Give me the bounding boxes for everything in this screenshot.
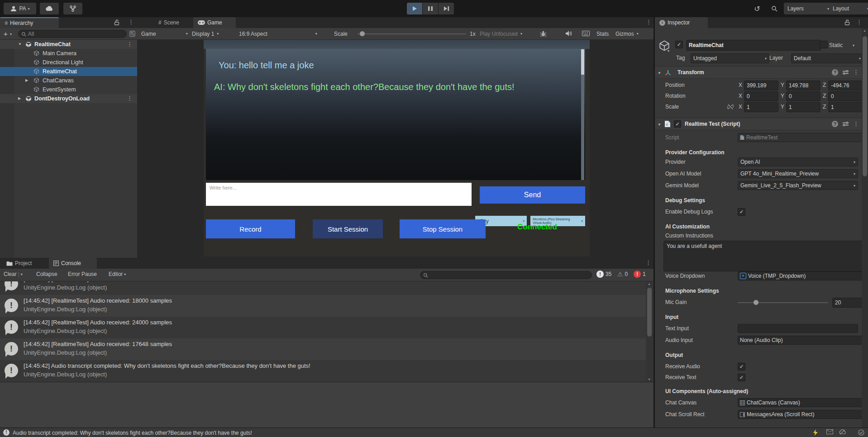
console-log-entry[interactable]: ![14:45:42] [RealtimeTest] Audio receive… xyxy=(0,295,646,317)
foldout-collapsed-icon[interactable]: ▶ xyxy=(25,76,28,85)
gemini-model-dropdown[interactable]: Gemini_Live_2_5_Flash_Preview▾ xyxy=(738,181,858,190)
add-object-button[interactable]: + xyxy=(4,30,8,38)
play-button[interactable] xyxy=(407,3,422,14)
warning-count-toggle[interactable]: ⚠ 0 xyxy=(617,271,628,278)
inspector-scrollbar-thumb[interactable] xyxy=(863,36,867,176)
inspector-scrollbar[interactable]: ▲ xyxy=(862,28,868,428)
kebab-icon[interactable]: ⋮ xyxy=(128,19,134,25)
console-log-entry[interactable]: ![14:45:42] [RealtimeTest] Audio receive… xyxy=(0,338,646,360)
presets-icon[interactable] xyxy=(843,121,849,127)
foldout-expanded-icon[interactable]: ▼ xyxy=(18,40,22,49)
foldout-collapsed-icon[interactable]: ▶ xyxy=(18,94,21,103)
custom-instructions-textarea[interactable]: You are a usefull agent xyxy=(663,241,864,271)
rotation-x-field[interactable]: 0 xyxy=(744,91,778,101)
tag-dropdown[interactable]: Untagged▾ xyxy=(691,53,769,63)
chat-scrollbar-thumb[interactable] xyxy=(581,49,584,75)
provider-dropdown[interactable]: Open AI▾ xyxy=(738,157,858,166)
collab-offline-icon[interactable] xyxy=(839,429,846,435)
step-button[interactable] xyxy=(439,3,454,14)
aspect-dropdown[interactable]: 16:9 Aspect ▾ xyxy=(239,28,317,39)
position-x-field[interactable]: 399.189 xyxy=(744,81,778,90)
hierarchy-scene-row[interactable]: ▶DontDestroyOnLoad⋮ xyxy=(0,94,137,103)
console-scrollbar[interactable]: ▲ ▼ xyxy=(646,281,653,382)
hierarchy-item-row[interactable]: RealtimeChat xyxy=(0,67,137,76)
mic-gain-value-field[interactable]: 20 xyxy=(832,298,863,308)
scale-slider[interactable] xyxy=(358,33,466,34)
kebab-icon[interactable]: ⋮ xyxy=(853,70,859,75)
lock-icon[interactable] xyxy=(114,19,119,25)
progress-check-icon[interactable] xyxy=(858,429,864,436)
receive-audio-checkbox[interactable]: ✓ xyxy=(738,363,745,370)
foldout-icon[interactable]: ▼ xyxy=(658,71,661,75)
send-button[interactable]: Send xyxy=(480,186,585,204)
enable-debug-logs-checkbox[interactable]: ✓ xyxy=(738,208,745,216)
chat-scroll-object-field[interactable]: MessagesArea (Scroll Rect) ⊙ xyxy=(738,410,868,419)
console-log-entry[interactable]: ![14:45:42] Audio transcript completed: … xyxy=(0,360,646,382)
clear-button[interactable]: Clear |▾ xyxy=(4,271,23,277)
gizmos-dropdown[interactable]: Gizmos ▾ xyxy=(615,28,639,39)
scale-y-field[interactable]: 1 xyxy=(786,102,820,112)
kebab-icon[interactable]: ⋮ xyxy=(646,19,652,25)
transform-header[interactable]: ▼ Transform ? ⋮ xyxy=(655,66,868,79)
link-broken-icon[interactable] xyxy=(727,104,734,110)
scale-x-field[interactable]: 1 xyxy=(744,102,778,112)
stop-session-button[interactable]: Stop Session xyxy=(400,219,486,238)
kebab-icon[interactable]: ⋮ xyxy=(856,19,862,25)
display-dropdown[interactable]: Display 1 ▾ xyxy=(192,28,219,39)
log-count-toggle[interactable]: ! 35 xyxy=(596,271,611,278)
chat-canvas-object-field[interactable]: ChatCanvas (Canvas) ⊙ xyxy=(738,398,868,407)
hierarchy-item-row[interactable]: Directional Light xyxy=(0,58,137,67)
start-session-button[interactable]: Start Session xyxy=(313,219,383,238)
debug-bug-icon[interactable] xyxy=(540,30,547,37)
console-scrollbar-thumb[interactable] xyxy=(647,288,652,337)
lock-icon[interactable] xyxy=(844,19,850,25)
hierarchy-item-row[interactable]: Main Camera xyxy=(0,49,137,58)
mute-audio-icon[interactable] xyxy=(565,30,572,37)
active-checkbox[interactable]: ✓ xyxy=(675,41,683,48)
help-icon[interactable]: ? xyxy=(832,69,838,76)
error-pause-button[interactable]: Error Pause xyxy=(68,271,97,277)
audio-input-object-field[interactable]: None (Audio Clip) ⊙ xyxy=(738,336,868,345)
mic-gain-slider[interactable] xyxy=(738,302,828,303)
play-unfocused-dropdown[interactable]: Play Unfocused ▾ xyxy=(480,28,522,39)
rotation-z-field[interactable]: 0 xyxy=(828,91,863,101)
hierarchy-scene-row[interactable]: ▼RealtimeChat⋮ xyxy=(0,40,137,49)
search-filter-icon[interactable] xyxy=(129,31,135,37)
kebab-icon[interactable]: ⋮ xyxy=(127,42,133,47)
foldout-icon[interactable]: ▼ xyxy=(658,123,661,127)
chat-text-input[interactable]: Write here... xyxy=(206,183,472,206)
presets-icon[interactable] xyxy=(843,70,849,75)
tab-game[interactable]: Game xyxy=(193,17,236,28)
mic-gain-slider-thumb[interactable] xyxy=(754,300,758,305)
scroll-down-icon[interactable]: ▼ xyxy=(648,378,651,381)
undo-history-button[interactable]: ↺ xyxy=(750,3,764,14)
error-count-toggle[interactable]: ! 1 xyxy=(634,271,646,278)
position-z-field[interactable]: -494.76 xyxy=(828,81,863,90)
openai-model-dropdown[interactable]: GPT 4o_Mini_Realtime_Preview▾ xyxy=(738,169,858,178)
add-dropdown-icon[interactable]: ▾ xyxy=(10,32,12,36)
help-icon[interactable]: ? xyxy=(832,121,838,127)
record-button[interactable]: Record xyxy=(206,219,295,238)
scale-z-field[interactable]: 1 xyxy=(828,102,863,112)
kebab-icon[interactable]: ⋮ xyxy=(853,121,859,127)
tab-project[interactable]: Project xyxy=(2,258,47,269)
scroll-up-icon[interactable]: ▲ xyxy=(863,29,866,32)
account-button[interactable]: PA ▾ xyxy=(4,3,36,14)
static-dropdown-icon[interactable]: ▾ xyxy=(853,43,854,48)
status-bar[interactable]: ! Audio transcript completed: Why don't … xyxy=(0,428,868,437)
console-log-entry[interactable]: ![14:45:42] [RealtimeTest]UnityEngine.De… xyxy=(0,281,646,295)
console-log-entry[interactable]: ![14:45:42] [RealtimeTest] Audio receive… xyxy=(0,317,646,338)
activity-icon[interactable] xyxy=(813,429,818,436)
script-component-header[interactable]: ▼ # ✓ Realtime Test (Script) ? ⋮ xyxy=(655,118,868,130)
text-input-field[interactable] xyxy=(738,324,858,333)
chat-scrollbar[interactable] xyxy=(581,49,584,180)
scroll-up-icon[interactable]: ▲ xyxy=(648,282,651,285)
rotation-y-field[interactable]: 0 xyxy=(786,91,820,101)
version-control-button[interactable] xyxy=(63,3,82,14)
console-search-input[interactable] xyxy=(420,271,592,279)
kebab-icon[interactable]: ⋮ xyxy=(645,260,651,266)
keyboard-icon[interactable] xyxy=(582,31,590,36)
gameobject-name-field[interactable]: RealtimeChat xyxy=(686,40,821,51)
hierarchy-item-row[interactable]: ▶ChatCanvas xyxy=(0,76,137,85)
search-everywhere-button[interactable] xyxy=(768,3,781,14)
